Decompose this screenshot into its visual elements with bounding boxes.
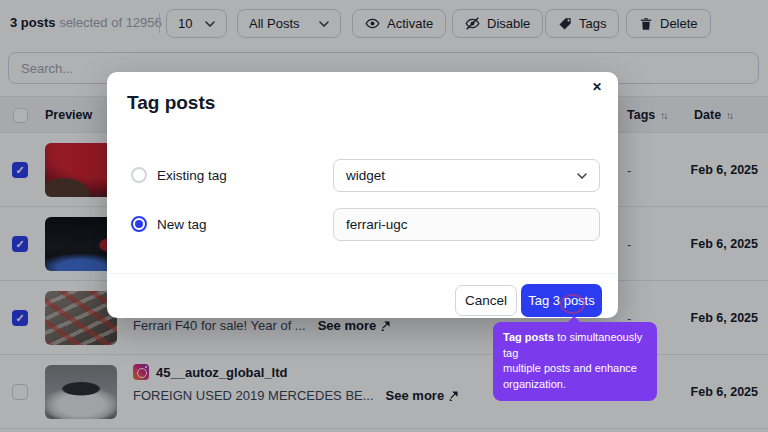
existing-tag-radio[interactable] <box>131 167 147 183</box>
existing-tag-select[interactable]: widget <box>333 159 600 192</box>
modal-footer-divider <box>107 273 618 274</box>
existing-tag-label: Existing tag <box>157 168 227 183</box>
existing-tag-value: widget <box>346 168 385 183</box>
tag-posts-modal: ✕ Tag posts Existing tag widget New tag … <box>107 72 618 318</box>
tooltip-text: organization. <box>503 377 647 393</box>
new-tag-input[interactable] <box>333 208 600 241</box>
new-tag-label: New tag <box>157 217 207 232</box>
close-icon[interactable]: ✕ <box>586 76 608 98</box>
posts-manager-page: 3 posts selected of 12956 10 All Posts A… <box>0 0 768 432</box>
tooltip-text: multiple posts and enhance <box>503 361 647 377</box>
tag-posts-tooltip: Tag posts to simultaneously tag multiple… <box>493 322 657 401</box>
chevron-down-icon <box>577 173 587 179</box>
cancel-button[interactable]: Cancel <box>455 285 517 316</box>
new-tag-radio[interactable] <box>131 216 147 232</box>
tooltip-bold-text: Tag posts <box>503 331 554 343</box>
modal-title: Tag posts <box>127 92 215 114</box>
tag-posts-submit-button[interactable]: Tag 3 posts <box>521 284 602 317</box>
